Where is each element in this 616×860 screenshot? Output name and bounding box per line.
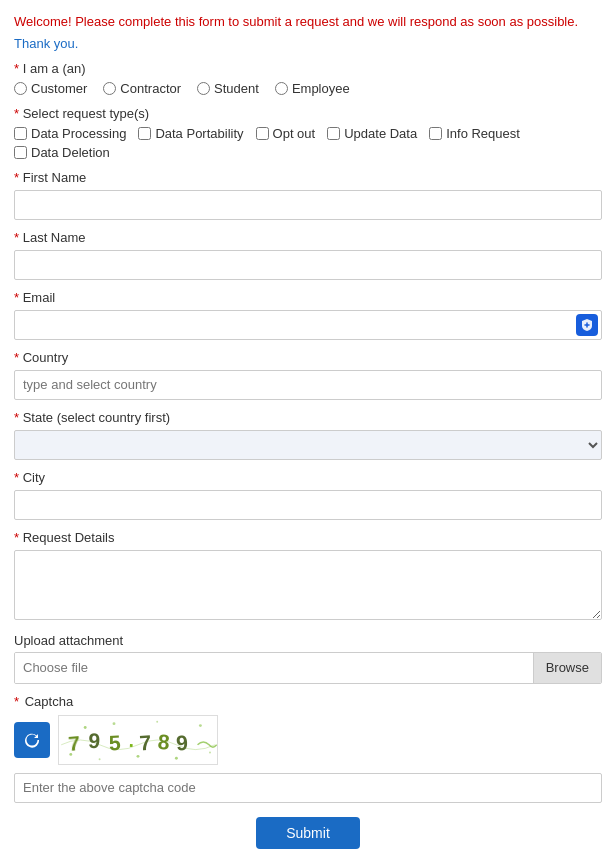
svg-text:9: 9 xyxy=(175,730,188,754)
submit-row: Submit xyxy=(14,817,602,849)
checkbox-data-portability-input[interactable] xyxy=(138,127,151,140)
radio-customer-input[interactable] xyxy=(14,82,27,95)
svg-point-8 xyxy=(209,751,211,753)
captcha-input[interactable] xyxy=(14,773,602,803)
request-type-label: * Select request type(s) xyxy=(14,106,602,121)
checkbox-data-processing-input[interactable] xyxy=(14,127,27,140)
state-field-group: * State (select country first) xyxy=(14,410,602,460)
checkbox-opt-out-input[interactable] xyxy=(256,127,269,140)
country-input[interactable] xyxy=(14,370,602,400)
svg-point-5 xyxy=(156,720,158,722)
svg-point-6 xyxy=(175,756,178,759)
radio-employee[interactable]: Employee xyxy=(275,81,350,96)
svg-text:8: 8 xyxy=(157,729,171,753)
iam-radio-group: Customer Contractor Student Employee xyxy=(14,81,602,96)
checkbox-info-request-input[interactable] xyxy=(429,127,442,140)
checkbox-data-portability[interactable]: Data Portability xyxy=(138,126,243,141)
radio-customer[interactable]: Customer xyxy=(14,81,87,96)
request-type-row2: Data Deletion xyxy=(14,145,602,160)
captcha-label: * Captcha xyxy=(14,694,602,709)
last-name-label: * Last Name xyxy=(14,230,602,245)
checkbox-data-deletion-input[interactable] xyxy=(14,146,27,159)
state-label: * State (select country first) xyxy=(14,410,602,425)
upload-section: Upload attachment Choose file Browse xyxy=(14,633,602,684)
checkbox-data-processing[interactable]: Data Processing xyxy=(14,126,126,141)
thank-you-text: Thank you. xyxy=(14,36,602,51)
first-name-label: * First Name xyxy=(14,170,602,185)
iam-field-group: * I am a (an) Customer Contractor Studen… xyxy=(14,61,602,96)
state-select[interactable] xyxy=(14,430,602,460)
request-type-field-group: * Select request type(s) Data Processing… xyxy=(14,106,602,160)
submit-button[interactable]: Submit xyxy=(256,817,360,849)
last-name-field-group: * Last Name xyxy=(14,230,602,280)
email-field-group: * Email xyxy=(14,290,602,340)
city-field-group: * City xyxy=(14,470,602,520)
request-details-textarea[interactable] xyxy=(14,550,602,620)
refresh-icon xyxy=(23,731,41,749)
welcome-message: Welcome! Please complete this form to su… xyxy=(14,12,602,32)
svg-point-2 xyxy=(99,758,101,760)
captcha-refresh-button[interactable] xyxy=(14,722,50,758)
captcha-section: * Captcha xyxy=(14,694,602,803)
bitwarden-icon xyxy=(576,314,598,336)
checkbox-update-data[interactable]: Update Data xyxy=(327,126,417,141)
radio-contractor[interactable]: Contractor xyxy=(103,81,181,96)
svg-point-3 xyxy=(113,722,116,725)
svg-text:7: 7 xyxy=(67,730,81,754)
email-wrapper xyxy=(14,310,602,340)
last-name-input[interactable] xyxy=(14,250,602,280)
svg-text:.: . xyxy=(128,729,135,750)
file-name-display: Choose file xyxy=(15,653,533,683)
checkbox-opt-out[interactable]: Opt out xyxy=(256,126,316,141)
country-label: * Country xyxy=(14,350,602,365)
svg-text:9: 9 xyxy=(88,728,101,752)
country-field-group: * Country xyxy=(14,350,602,400)
radio-contractor-input[interactable] xyxy=(103,82,116,95)
email-input[interactable] xyxy=(14,310,602,340)
checkbox-update-data-input[interactable] xyxy=(327,127,340,140)
iam-label: * I am a (an) xyxy=(14,61,602,76)
browse-button[interactable]: Browse xyxy=(533,653,601,683)
upload-label: Upload attachment xyxy=(14,633,602,648)
request-type-checkbox-group: Data Processing Data Portability Opt out… xyxy=(14,126,602,141)
request-details-label: * Request Details xyxy=(14,530,602,545)
first-name-field-group: * First Name xyxy=(14,170,602,220)
svg-point-4 xyxy=(137,754,140,757)
svg-text:5: 5 xyxy=(108,730,121,754)
svg-text:7: 7 xyxy=(139,730,152,754)
radio-employee-input[interactable] xyxy=(275,82,288,95)
city-input[interactable] xyxy=(14,490,602,520)
request-details-field-group: * Request Details xyxy=(14,530,602,623)
captcha-image: 7 9 5 . 7 8 9 xyxy=(58,715,218,765)
city-label: * City xyxy=(14,470,602,485)
svg-point-1 xyxy=(84,726,87,729)
captcha-row: 7 9 5 . 7 8 9 xyxy=(14,715,602,765)
svg-point-7 xyxy=(199,724,202,727)
first-name-input[interactable] xyxy=(14,190,602,220)
checkbox-data-deletion[interactable]: Data Deletion xyxy=(14,145,110,160)
checkbox-info-request[interactable]: Info Request xyxy=(429,126,520,141)
file-input-row: Choose file Browse xyxy=(14,652,602,684)
radio-student[interactable]: Student xyxy=(197,81,259,96)
radio-student-input[interactable] xyxy=(197,82,210,95)
email-label: * Email xyxy=(14,290,602,305)
